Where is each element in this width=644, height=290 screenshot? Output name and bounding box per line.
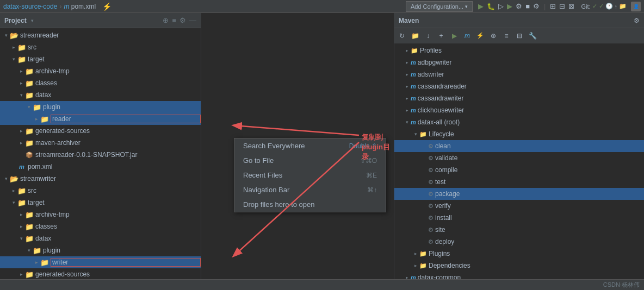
- maven-tree-item[interactable]: madswriter: [394, 68, 644, 80]
- maven-tree-item[interactable]: mcassandrareader: [394, 80, 644, 92]
- maven-wrench-icon[interactable]: 🔧: [527, 30, 538, 41]
- tree-item[interactable]: 📁datax: [0, 232, 201, 244]
- tree-item[interactable]: 📁plugin: [0, 244, 201, 256]
- tree-arrow-icon[interactable]: [17, 79, 25, 87]
- breadcrumb-project[interactable]: datax-source-code: [3, 3, 57, 10]
- maven-folder-icon[interactable]: 📁: [410, 30, 420, 41]
- maven-refresh-icon[interactable]: ↻: [397, 30, 407, 41]
- maven-tree-item[interactable]: ⚙site: [394, 224, 644, 236]
- panel-dropdown-icon[interactable]: ▾: [31, 18, 34, 23]
- tree-item[interactable]: 📁generated-sources: [0, 268, 201, 279]
- tree-arrow-icon[interactable]: [17, 235, 25, 242]
- maven-add-icon[interactable]: +: [436, 30, 447, 41]
- tree-arrow-icon[interactable]: [10, 199, 17, 206]
- tree-item[interactable]: 📁archive-tmp: [0, 65, 201, 77]
- run-coverage-icon[interactable]: ▷: [497, 2, 505, 10]
- tree-item[interactable]: mpom.xml: [0, 161, 201, 173]
- tree-item[interactable]: 📂streamwriter: [0, 173, 201, 185]
- maven-tree-item[interactable]: mdatax-common: [394, 272, 644, 279]
- maven-arrow-icon[interactable]: [412, 262, 419, 269]
- tree-arrow-icon[interactable]: [33, 115, 40, 123]
- tree-item[interactable]: 📁archive-tmp: [0, 209, 201, 220]
- maven-arrow-icon[interactable]: [403, 94, 411, 102]
- tree-arrow-icon[interactable]: [17, 91, 25, 99]
- maven-arrow-icon[interactable]: [412, 130, 419, 138]
- tree-item[interactable]: 📁plugin: [0, 101, 201, 113]
- maven-arrow-icon[interactable]: [403, 106, 411, 114]
- maven-tree-item[interactable]: ⚙test: [394, 176, 644, 188]
- maven-toggle-icon[interactable]: ⊕: [488, 30, 499, 41]
- tree-item[interactable]: 📁reader: [0, 113, 201, 125]
- tree-arrow-icon[interactable]: [10, 187, 17, 194]
- tree-arrow-icon[interactable]: [2, 31, 10, 39]
- maven-tree-item[interactable]: mclickhousewriter: [394, 104, 644, 116]
- maven-tree-item[interactable]: madbpgwriter: [394, 56, 644, 68]
- add-configuration-button[interactable]: Add Configuration... ▾: [406, 1, 473, 12]
- maven-arrow-icon[interactable]: [403, 71, 411, 78]
- maven-arrow-icon[interactable]: [403, 274, 411, 279]
- run-icon[interactable]: ▶: [477, 2, 485, 10]
- maven-download-icon[interactable]: ↓: [423, 30, 434, 41]
- breadcrumb-file[interactable]: m pom.xml: [64, 3, 96, 10]
- maven-tree-item[interactable]: ⚙compile: [394, 164, 644, 176]
- tree-arrow-icon[interactable]: [17, 211, 25, 218]
- tree-arrow-icon[interactable]: [25, 247, 33, 254]
- collapse-icon[interactable]: ≡: [172, 16, 176, 24]
- maven-tree-item[interactable]: 📁Plugins: [394, 248, 644, 260]
- localize-icon[interactable]: ⊕: [163, 16, 169, 24]
- tree-arrow-icon[interactable]: [17, 270, 25, 278]
- maven-arrow-icon[interactable]: [412, 250, 419, 257]
- tree-arrow-icon[interactable]: [2, 175, 10, 182]
- navigation-bar-item[interactable]: Navigation Bar ⌘↑: [234, 182, 386, 197]
- tree-item[interactable]: 📁src: [0, 41, 201, 53]
- maven-tree-item[interactable]: mdatax-all (root): [394, 116, 644, 128]
- maven-tree-item[interactable]: ⚙package: [394, 188, 644, 200]
- search-everywhere-item[interactable]: Search Everywhere Double ⇧: [234, 138, 386, 153]
- tree-item[interactable]: 📁target: [0, 53, 201, 65]
- debug-icon[interactable]: 🐛: [486, 3, 496, 10]
- tree-item[interactable]: 📁classes: [0, 220, 201, 232]
- tree-item[interactable]: 📦streamreader-0.0.1-SNAPSHOT.jar: [0, 149, 201, 161]
- git-check2-icon[interactable]: ✓: [599, 3, 604, 10]
- run2-icon[interactable]: ▶: [506, 2, 513, 10]
- maven-tree-item[interactable]: ⚙clean: [394, 140, 644, 152]
- tree-arrow-icon[interactable]: [33, 259, 40, 266]
- maven-run-icon[interactable]: ▶: [449, 30, 460, 41]
- maven-tree-item[interactable]: ⚙verify: [394, 200, 644, 212]
- tree-arrow-icon[interactable]: [17, 223, 25, 230]
- avatar[interactable]: 👤: [631, 2, 641, 11]
- tree-item[interactable]: 📁generated-sources: [0, 125, 201, 137]
- maven-arrow-icon[interactable]: [403, 83, 411, 90]
- tree-arrow-icon[interactable]: [17, 139, 25, 147]
- git-push-icon[interactable]: ↑: [615, 3, 618, 10]
- stop-icon[interactable]: ■: [524, 2, 531, 10]
- maven-align-icon[interactable]: ⊟: [514, 30, 525, 41]
- tree-arrow-icon[interactable]: [25, 103, 33, 111]
- settings-icon[interactable]: ⚙: [532, 2, 541, 10]
- maven-tree-item[interactable]: 📁Lifecycle: [394, 128, 644, 140]
- tree-item[interactable]: 📁writer: [0, 256, 201, 268]
- maven-settings-icon[interactable]: ⚙: [634, 17, 640, 24]
- tree-arrow-icon[interactable]: [17, 127, 25, 135]
- maven-tree-item[interactable]: ⚙deploy: [394, 236, 644, 248]
- maven-tree-item[interactable]: mcassandrawriter: [394, 92, 644, 104]
- tree-item[interactable]: 📂streamreader: [0, 29, 201, 41]
- tree-item[interactable]: 📁classes: [0, 77, 201, 89]
- maven-tree-item[interactable]: ⚙install: [394, 212, 644, 224]
- build-icon[interactable]: ⚙: [515, 2, 523, 10]
- maven-arrow-icon[interactable]: [403, 59, 411, 66]
- maven-collapse2-icon[interactable]: ≡: [501, 30, 512, 41]
- maven-tree-item[interactable]: 📁Profiles: [394, 45, 644, 56]
- git-history-icon[interactable]: 🕐: [605, 3, 613, 10]
- maven-arrow-icon[interactable]: [403, 47, 411, 54]
- maven-tree-item[interactable]: ⚙validate: [394, 152, 644, 164]
- maven-tree-item[interactable]: 📁Dependencies: [394, 260, 644, 272]
- tree-item[interactable]: 📁datax: [0, 89, 201, 101]
- tree-arrow-icon[interactable]: [17, 67, 25, 75]
- git-check1-icon[interactable]: ✓: [592, 3, 597, 10]
- layout-icon[interactable]: ⊞: [549, 2, 557, 10]
- maven-arrow-icon[interactable]: [403, 118, 411, 126]
- tree-arrow-icon[interactable]: [10, 55, 17, 63]
- minimize-icon[interactable]: —: [189, 16, 196, 24]
- tree-arrow-icon[interactable]: [10, 43, 17, 51]
